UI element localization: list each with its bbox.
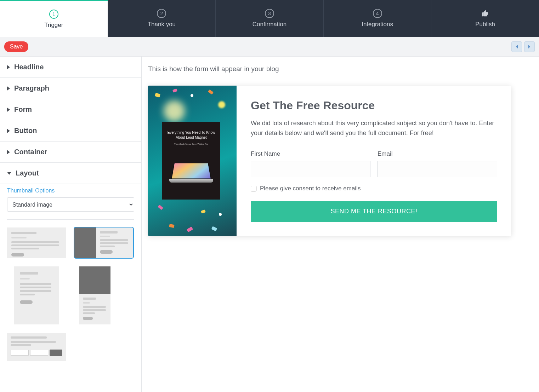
step-label: Trigger [44,22,63,29]
main: Headline Paragraph Form Button Container… [0,57,539,392]
layout-option-tall-text[interactable] [14,266,59,324]
first-name-label: First Name [251,150,370,157]
preview-pane: This is how the form will appear in your… [142,57,539,392]
step-label: Confirmation [253,21,286,28]
consent-checkbox[interactable] [251,186,256,191]
consent-row[interactable]: Please give consent to receive emails [251,185,497,192]
chevron-right-icon [7,65,10,69]
sidebar-item-label: Button [14,127,37,135]
chevron-right-icon [7,108,10,112]
thumbs-up-icon [481,9,490,18]
layout-option-text-only[interactable] [7,227,66,258]
sidebar-item-container[interactable]: Container [0,142,141,163]
layout-option-inline[interactable] [7,333,66,361]
save-button[interactable]: Save [4,41,28,52]
layout-option-image-left[interactable] [74,227,133,258]
email-label: Email [378,150,497,157]
ebook-title: Everything You Need To Know About Lead M… [167,130,215,140]
form-card: Everything You Need To Know About Lead M… [148,86,511,236]
chevron-down-icon [7,172,11,175]
sidebar-item-form[interactable]: Form [0,99,141,120]
step-confirmation[interactable]: 3 Confirmation [216,0,324,37]
sidebar: Headline Paragraph Form Button Container… [0,57,142,392]
step-trigger[interactable]: 1 Trigger [0,0,108,37]
layout-grid [7,227,134,361]
step-number-icon: 2 [157,9,166,18]
email-input[interactable] [378,161,497,177]
step-publish[interactable]: Publish [431,0,539,37]
chevron-right-icon [7,129,10,133]
step-integrations[interactable]: 4 Integrations [324,0,432,37]
submit-button[interactable]: SEND ME THE RESOURCE! [251,201,497,222]
form-paragraph: We did lots of research about this very … [251,119,497,138]
sidebar-item-headline[interactable]: Headline [0,57,141,78]
sidebar-item-label: Layout [16,169,39,177]
divider [7,219,134,220]
chevron-right-icon [528,45,531,49]
thumbnail-options-label: Thumbnail Options [7,188,134,194]
form-content: Get The Free Resource We did lots of res… [237,86,511,236]
step-label: Integrations [362,21,393,28]
first-name-input[interactable] [251,161,370,177]
preview-note: This is how the form will appear in your… [148,65,533,73]
chevron-right-icon [7,150,10,154]
toolbar: Save [0,37,539,57]
next-button[interactable] [524,41,535,52]
sidebar-item-label: Headline [14,63,44,71]
sidebar-item-layout[interactable]: Layout [0,163,141,184]
prev-button[interactable] [511,41,522,52]
sidebar-item-paragraph[interactable]: Paragraph [0,78,141,99]
thumbnail-select[interactable]: Standard image [7,197,134,212]
step-number-icon: 3 [265,9,274,18]
step-label: Thank you [148,21,176,28]
sidebar-item-label: Container [14,148,47,156]
sidebar-item-label: Form [14,105,32,114]
chevron-left-icon [515,45,518,49]
form-headline: Get The Free Resource [251,99,497,112]
first-name-field: First Name [251,150,370,177]
consent-label: Please give consent to receive emails [260,185,361,192]
layout-option-image-top[interactable] [79,266,110,324]
step-number-icon: 4 [373,9,382,18]
email-field-wrap: Email [378,150,497,177]
ebook-subtitle: The eBook You've Been Waiting For [174,143,208,145]
step-label: Publish [475,21,495,28]
steps-nav: 1 Trigger 2 Thank you 3 Confirmation 4 I… [0,0,539,37]
laptop-icon [170,154,212,183]
chevron-right-icon [7,86,10,91]
form-image-area: Everything You Need To Know About Lead M… [148,86,237,236]
sidebar-item-button[interactable]: Button [0,120,141,142]
sidebar-item-label: Paragraph [14,84,49,92]
layout-panel: Thumbnail Options Standard image [0,184,141,372]
ebook-cover: Everything You Need To Know About Lead M… [162,122,220,200]
step-number-icon: 1 [49,10,58,19]
step-thank-you[interactable]: 2 Thank you [108,0,216,37]
